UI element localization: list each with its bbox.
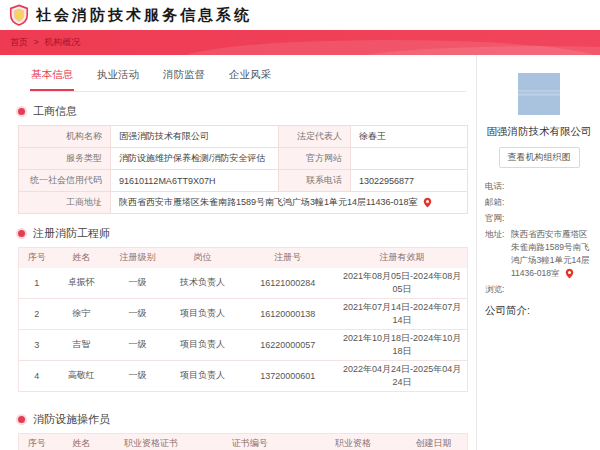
section-title-text: 注册消防工程师 [33,226,110,241]
field-label: 法定代表人 [279,126,351,148]
cell: 1 [19,268,55,299]
app-title: 社会消防技术服务信息系统 [36,6,252,25]
company-photo [518,73,560,115]
breadcrumb-current: 机构概况 [44,37,80,47]
cell: 4 [19,360,55,391]
table-row: 3 吉智 一级 项目负责人 16220000057 2021年10月18日-20… [19,329,468,360]
location-pin-icon[interactable] [565,268,574,279]
table-row: 服务类型 消防设施维护保养检测/消防安全评估 官方网站 [19,148,468,170]
section-bullet-icon [18,230,25,237]
column-header: 岗位 [167,248,239,268]
cell: 项目负责人 [167,360,239,391]
section-title-text: 工商信息 [33,104,77,119]
tab-practice-activity[interactable]: 执业活动 [96,64,140,91]
cell: 16120000138 [238,298,337,329]
tab-basic-info[interactable]: 基本信息 [30,64,74,91]
info-row-address: 地址: 陕西省西安市雁塔区朱雀南路1589号南飞鸿广场3幢1单元14层11436… [485,228,593,280]
cell: 吉智 [54,329,108,360]
field-value: 13022956877 [351,170,468,192]
breadcrumb: 首页 > 机构概况 [10,36,80,49]
section-business-info: 工商信息 [18,104,468,119]
tab-bar: 基本信息 执业活动 消防监督 企业风采 [30,55,466,92]
info-value [511,212,593,225]
table-row: 工商地址 陕西省西安市雁塔区朱雀南路1589号南飞鸿广场3幢1单元14层1143… [19,192,468,214]
address-text: 陕西省西安市雁塔区朱雀南路1589号南飞鸿广场3幢1单元14层11436-018… [119,197,417,207]
column-header: 注册级别 [108,248,166,268]
column-header: 注册有效期 [337,248,467,268]
tab-fire-supervision[interactable]: 消防监督 [162,64,206,91]
field-label: 联系电话 [279,170,351,192]
cell: 项目负责人 [167,329,239,360]
column-header: 姓名 [54,433,108,450]
cell: 一级 [108,268,166,299]
table-row: 统一社会信用代码 91610112MA6TT9X07H 联系电话 1302295… [19,170,468,192]
column-header: 序号 [19,433,55,450]
breadcrumb-home-link[interactable]: 首页 [10,37,28,47]
info-label: 官网: [485,212,511,225]
field-label: 服务类型 [19,148,111,170]
field-label: 工商地址 [19,192,111,214]
tab-company-showcase[interactable]: 企业风采 [228,64,272,91]
operators-table: 序号 姓名 职业资格证书 证书编号 职业资格 创建日期 1 戴文强 四级/中级技… [18,433,468,450]
cell: 技术负责人 [167,268,239,299]
column-header: 职业资格证书 [108,433,193,450]
info-row-website: 官网: [485,212,593,225]
info-label: 邮箱: [485,196,511,209]
banner: 首页 > 机构概况 [0,30,600,55]
cell: 项目负责人 [167,298,239,329]
column-header: 姓名 [54,248,108,268]
table-row: 1 卓振怀 一级 技术负责人 16121000284 2021年08月05日-2… [19,268,468,299]
shield-logo-icon [8,4,30,26]
info-row-views: 浏览: [485,283,593,296]
business-info-table: 机构名称 固强消防技术有限公司 法定代表人 徐春王 服务类型 消防设施维护保养检… [18,125,468,214]
cell: 2021年08月05日-2024年08月05日 [337,268,467,299]
cell: 2021年07月14日-2024年07月14日 [337,298,467,329]
info-value [511,196,593,209]
table-header-row: 序号 姓名 职业资格证书 证书编号 职业资格 创建日期 [19,433,468,450]
section-bullet-icon [18,416,25,423]
cell: 一级 [108,298,166,329]
address-cell: 陕西省西安市雁塔区朱雀南路1589号南飞鸿广场3幢1单元14层11436-018… [111,192,468,214]
table-row: 2 徐宁 一级 项目负责人 16120000138 2021年07月14日-20… [19,298,468,329]
cell: 高敬红 [54,360,108,391]
table-row: 4 高敬红 一级 项目负责人 13720000601 2022年04月24日-2… [19,360,468,391]
info-row-phone: 电话: [485,180,593,193]
info-label: 浏览: [485,283,511,296]
info-value [511,180,593,193]
column-header: 序号 [19,248,55,268]
table-header-row: 序号 姓名 注册级别 岗位 注册号 注册有效期 [19,248,468,268]
column-header: 职业资格 [306,433,400,450]
cell: 2022年04月24日-2025年04月24日 [337,360,467,391]
field-value: 固强消防技术有限公司 [111,126,279,148]
cell: 徐宁 [54,298,108,329]
cell: 一级 [108,329,166,360]
breadcrumb-separator: > [34,37,39,47]
cell: 16220000057 [238,329,337,360]
company-profile-label: 公司简介: [485,304,593,318]
field-label: 官方网站 [279,148,351,170]
sidebar-address-text: 陕西省西安市雁塔区朱雀南路1589号南飞鸿广场3幢1单元14层11436-018… [511,229,589,278]
section-title-text: 消防设施操作员 [33,412,110,427]
cell: 3 [19,329,55,360]
table-row: 机构名称 固强消防技术有限公司 法定代表人 徐春王 [19,126,468,148]
view-org-chart-button[interactable]: 查看机构组织图 [499,147,580,168]
cell: 一级 [108,360,166,391]
app-header: 社会消防技术服务信息系统 [0,0,600,30]
content: 基本信息 执业活动 消防监督 企业风采 工商信息 机构名称 固强消防技术有限公司… [0,55,600,450]
field-value: 消防设施维护保养检测/消防安全评估 [111,148,279,170]
page: 社会消防技术服务信息系统 首页 > 机构概况 基本信息 执业活动 消防监督 企业… [0,0,600,450]
company-name: 固强消防技术有限公司 [485,125,593,139]
cell: 卓振怀 [54,268,108,299]
info-value: 陕西省西安市雁塔区朱雀南路1589号南飞鸿广场3幢1单元14层11436-018… [511,228,593,280]
section-operators: 消防设施操作员 [18,412,468,427]
info-label: 电话: [485,180,511,193]
cell: 2021年10月18日-2024年10月18日 [337,329,467,360]
company-sidebar: 固强消防技术有限公司 查看机构组织图 电话: 邮箱: 官网: 地址: 陕西省西安… [477,55,599,450]
field-value: 徐春王 [351,126,468,148]
main-column: 基本信息 执业活动 消防监督 企业风采 工商信息 机构名称 固强消防技术有限公司… [0,55,477,450]
section-bullet-icon [18,108,25,115]
column-header: 创建日期 [400,433,467,450]
location-pin-icon[interactable] [423,197,432,208]
info-label: 地址: [485,228,511,280]
column-header: 注册号 [238,248,337,268]
